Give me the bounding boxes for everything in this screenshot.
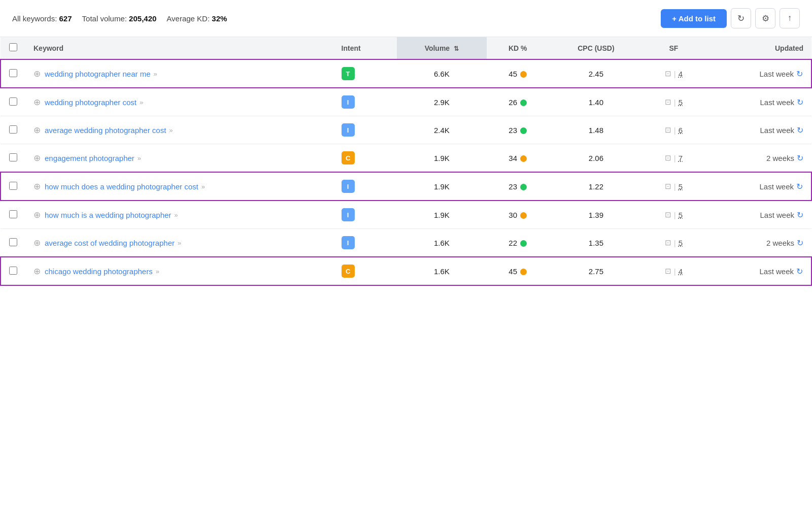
kd-cell: 34 (487, 144, 549, 173)
row-checkbox[interactable] (9, 153, 17, 161)
keyword-expand-arrows[interactable]: » (138, 154, 141, 162)
intent-badge: I (342, 208, 355, 221)
keyword-expand-arrows[interactable]: » (153, 70, 157, 78)
sf-number[interactable]: 5 (679, 182, 683, 191)
intent-cell: I (333, 116, 397, 144)
row-refresh-icon[interactable]: ↻ (796, 267, 803, 276)
refresh-icon: ↻ (737, 13, 745, 24)
keyword-expand-arrows[interactable]: » (140, 98, 143, 106)
sf-number[interactable]: 5 (679, 211, 683, 219)
updated-text: Last week (759, 267, 794, 276)
select-all-checkbox[interactable] (9, 43, 17, 51)
sf-number[interactable]: 4 (679, 70, 683, 78)
table-row: ⊕average cost of wedding photographer »I… (1, 229, 811, 257)
table-row: ⊕wedding photographer cost »I2.9K261.40⊡… (1, 88, 811, 116)
keyword-expand-arrows[interactable]: » (156, 268, 159, 275)
row-refresh-icon[interactable]: ↻ (796, 182, 803, 191)
updated-text: 2 weeks (766, 239, 794, 247)
row-refresh-icon[interactable]: ↻ (796, 69, 803, 79)
cpc-cell: 1.22 (549, 172, 643, 201)
settings-button[interactable]: ⚙ (755, 8, 775, 28)
keyword-cell: ⊕how much does a wedding photographer co… (25, 172, 333, 201)
row-checkbox[interactable] (9, 210, 17, 218)
row-refresh-icon[interactable]: ↻ (797, 238, 803, 248)
add-to-list-button[interactable]: + Add to list (661, 9, 727, 28)
keyword-link[interactable]: average wedding photographer cost (45, 126, 166, 135)
keyword-expand-arrows[interactable]: » (201, 183, 205, 190)
keyword-expand-arrows[interactable]: » (178, 239, 181, 247)
row-checkbox[interactable] (9, 267, 17, 275)
volume-cell: 1.6K (397, 257, 487, 285)
row-refresh-icon[interactable]: ↻ (797, 125, 803, 135)
keyword-cell: ⊕wedding photographer cost » (25, 88, 333, 116)
sf-image-icon: ⊡ (665, 125, 671, 135)
updated-cell: Last week↻ (704, 201, 811, 229)
keyword-link[interactable]: wedding photographer near me (45, 70, 150, 78)
intent-cell: T (333, 59, 397, 88)
row-checkbox[interactable] (9, 97, 17, 106)
updated-text: Last week (760, 126, 794, 135)
plus-circle-icon: ⊕ (33, 266, 41, 277)
updated-text: Last week (759, 182, 794, 191)
keyword-link[interactable]: wedding photographer cost (45, 98, 137, 107)
plus-circle-icon: ⊕ (33, 125, 41, 136)
row-checkbox[interactable] (9, 182, 17, 190)
sf-number[interactable]: 7 (679, 154, 683, 162)
updated-text: Last week (759, 70, 794, 78)
volume-cell: 2.9K (397, 88, 487, 116)
updated-cell: Last week↻ (704, 257, 811, 285)
intent-badge: T (342, 67, 355, 80)
cpc-cell: 1.40 (549, 88, 643, 116)
sf-number[interactable]: 5 (679, 98, 683, 107)
row-checkbox[interactable] (9, 238, 17, 246)
kd-cell: 26 (487, 88, 549, 116)
kd-dot (520, 155, 527, 162)
header-volume[interactable]: Volume ⇅ (397, 37, 487, 59)
sort-icon: ⇅ (454, 45, 459, 52)
sf-image-icon: ⊡ (665, 97, 671, 107)
keyword-link[interactable]: average cost of wedding photographer (45, 239, 175, 247)
row-checkbox-cell (1, 201, 25, 229)
export-icon: ↑ (788, 13, 792, 23)
all-keywords-stat: All keywords: 627 (12, 14, 72, 23)
sf-number[interactable]: 6 (679, 126, 683, 135)
table-row: ⊕engagement photographer »C1.9K342.06⊡|7… (1, 144, 811, 173)
sf-cell: ⊡|5 (644, 88, 704, 116)
keyword-expand-arrows[interactable]: » (169, 126, 173, 134)
row-checkbox-cell (1, 116, 25, 144)
keyword-expand-arrows[interactable]: » (174, 211, 178, 219)
stats-section: All keywords: 627 Total volume: 205,420 … (12, 14, 655, 23)
keyword-cell: ⊕average cost of wedding photographer » (25, 229, 333, 257)
row-checkbox[interactable] (9, 69, 17, 77)
sf-number[interactable]: 5 (679, 239, 683, 247)
table-row: ⊕chicago wedding photographers »C1.6K452… (1, 257, 811, 285)
header-kd: KD % (487, 37, 549, 59)
volume-cell: 1.6K (397, 229, 487, 257)
table-row: ⊕how much does a wedding photographer co… (1, 172, 811, 201)
updated-cell: 2 weeks↻ (704, 229, 811, 257)
keyword-link[interactable]: how much does a wedding photographer cos… (45, 182, 198, 191)
plus-circle-icon: ⊕ (33, 153, 41, 163)
row-refresh-icon[interactable]: ↻ (797, 210, 803, 220)
keyword-cell: ⊕engagement photographer » (25, 144, 333, 173)
row-checkbox-cell (1, 144, 25, 173)
row-checkbox[interactable] (9, 125, 17, 134)
refresh-button[interactable]: ↻ (731, 8, 751, 28)
plus-circle-icon: ⊕ (33, 97, 41, 108)
keyword-link[interactable]: chicago wedding photographers (45, 267, 153, 276)
kd-dot (520, 240, 527, 247)
row-refresh-icon[interactable]: ↻ (797, 97, 803, 107)
keywords-table: Keyword Intent Volume ⇅ KD % CPC (USD) S… (0, 37, 812, 286)
export-button[interactable]: ↑ (780, 8, 800, 28)
sf-number[interactable]: 4 (679, 267, 683, 276)
updated-cell: Last week↻ (704, 88, 811, 116)
keyword-link[interactable]: engagement photographer (45, 154, 134, 162)
row-refresh-icon[interactable]: ↻ (797, 153, 803, 163)
top-bar: All keywords: 627 Total volume: 205,420 … (0, 0, 812, 37)
intent-badge: I (342, 180, 355, 193)
cpc-cell: 1.39 (549, 201, 643, 229)
kd-dot (520, 71, 527, 78)
keyword-cell: ⊕average wedding photographer cost » (25, 116, 333, 144)
keyword-link[interactable]: how much is a wedding photographer (45, 211, 171, 219)
row-checkbox-cell (1, 257, 25, 285)
